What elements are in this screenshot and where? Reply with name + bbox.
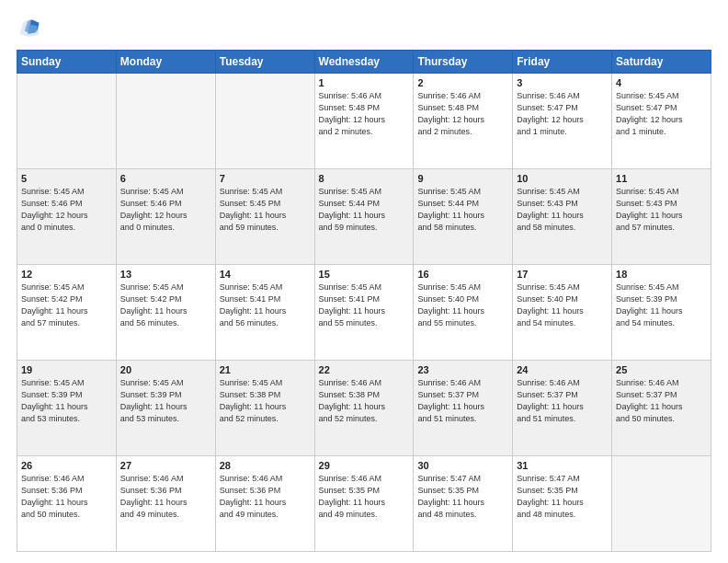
day-number: 16	[417, 269, 508, 280]
day-info: Sunrise: 5:45 AM Sunset: 5:41 PM Dayligh…	[220, 282, 311, 329]
weekday-header-friday: Friday	[513, 51, 612, 74]
weekday-header-monday: Monday	[116, 51, 215, 74]
calendar-day-cell: 13Sunrise: 5:45 AM Sunset: 5:42 PM Dayli…	[116, 265, 215, 361]
calendar-day-cell: 29Sunrise: 5:46 AM Sunset: 5:35 PM Dayli…	[314, 456, 414, 552]
day-number: 3	[517, 77, 608, 88]
calendar-day-cell: 23Sunrise: 5:46 AM Sunset: 5:37 PM Dayli…	[414, 361, 513, 456]
calendar-day-cell: 17Sunrise: 5:45 AM Sunset: 5:40 PM Dayli…	[513, 265, 612, 361]
calendar-day-cell: 10Sunrise: 5:45 AM Sunset: 5:43 PM Dayli…	[513, 169, 612, 265]
calendar-day-cell: 31Sunrise: 5:47 AM Sunset: 5:35 PM Dayli…	[513, 456, 612, 552]
day-number: 19	[21, 364, 112, 375]
calendar-day-cell: 4Sunrise: 5:45 AM Sunset: 5:47 PM Daylig…	[612, 74, 711, 169]
calendar-day-cell: 24Sunrise: 5:46 AM Sunset: 5:37 PM Dayli…	[513, 361, 612, 456]
day-number: 28	[220, 460, 311, 471]
day-info: Sunrise: 5:45 AM Sunset: 5:47 PM Dayligh…	[616, 90, 707, 138]
weekday-header-sunday: Sunday	[17, 51, 117, 74]
calendar-day-cell: 19Sunrise: 5:45 AM Sunset: 5:39 PM Dayli…	[17, 361, 117, 456]
day-number: 7	[220, 173, 311, 184]
calendar-day-cell: 1Sunrise: 5:46 AM Sunset: 5:48 PM Daylig…	[314, 74, 414, 169]
header	[17, 15, 711, 40]
day-info: Sunrise: 5:45 AM Sunset: 5:38 PM Dayligh…	[220, 377, 311, 425]
day-info: Sunrise: 5:46 AM Sunset: 5:36 PM Dayligh…	[120, 473, 211, 521]
day-number: 1	[319, 77, 410, 88]
weekday-header-thursday: Thursday	[414, 51, 513, 74]
day-number: 22	[319, 364, 410, 375]
calendar-week-row: 26Sunrise: 5:46 AM Sunset: 5:36 PM Dayli…	[17, 456, 711, 552]
day-info: Sunrise: 5:46 AM Sunset: 5:47 PM Dayligh…	[517, 90, 608, 138]
page: SundayMondayTuesdayWednesdayThursdayFrid…	[0, 0, 728, 563]
day-number: 4	[616, 77, 707, 88]
calendar-day-cell: 9Sunrise: 5:45 AM Sunset: 5:44 PM Daylig…	[414, 169, 513, 265]
calendar-day-cell	[17, 74, 117, 169]
calendar-day-cell	[612, 456, 711, 552]
day-number: 10	[517, 173, 608, 184]
day-number: 11	[616, 173, 707, 184]
calendar-day-cell: 22Sunrise: 5:46 AM Sunset: 5:38 PM Dayli…	[314, 361, 414, 456]
weekday-header-wednesday: Wednesday	[314, 51, 414, 74]
day-number: 13	[120, 269, 211, 280]
calendar-week-row: 12Sunrise: 5:45 AM Sunset: 5:42 PM Dayli…	[17, 265, 711, 361]
day-number: 8	[319, 173, 410, 184]
day-info: Sunrise: 5:45 AM Sunset: 5:39 PM Dayligh…	[616, 282, 707, 329]
logo	[17, 15, 46, 40]
day-info: Sunrise: 5:45 AM Sunset: 5:42 PM Dayligh…	[21, 282, 112, 329]
day-info: Sunrise: 5:45 AM Sunset: 5:39 PM Dayligh…	[120, 377, 211, 425]
day-number: 23	[417, 364, 508, 375]
day-number: 18	[616, 269, 707, 280]
day-info: Sunrise: 5:46 AM Sunset: 5:37 PM Dayligh…	[517, 377, 608, 425]
logo-icon	[17, 15, 42, 40]
calendar-day-cell: 14Sunrise: 5:45 AM Sunset: 5:41 PM Dayli…	[215, 265, 314, 361]
day-info: Sunrise: 5:45 AM Sunset: 5:44 PM Dayligh…	[319, 186, 410, 234]
day-info: Sunrise: 5:45 AM Sunset: 5:43 PM Dayligh…	[517, 186, 608, 234]
calendar-day-cell	[116, 74, 215, 169]
day-number: 12	[21, 269, 112, 280]
calendar-day-cell: 5Sunrise: 5:45 AM Sunset: 5:46 PM Daylig…	[17, 169, 117, 265]
calendar-day-cell: 26Sunrise: 5:46 AM Sunset: 5:36 PM Dayli…	[17, 456, 117, 552]
calendar-day-cell: 28Sunrise: 5:46 AM Sunset: 5:36 PM Dayli…	[215, 456, 314, 552]
calendar-day-cell: 6Sunrise: 5:45 AM Sunset: 5:46 PM Daylig…	[116, 169, 215, 265]
calendar-day-cell: 11Sunrise: 5:45 AM Sunset: 5:43 PM Dayli…	[612, 169, 711, 265]
calendar-day-cell: 12Sunrise: 5:45 AM Sunset: 5:42 PM Dayli…	[17, 265, 117, 361]
day-number: 9	[417, 173, 508, 184]
weekday-header-saturday: Saturday	[612, 51, 711, 74]
day-number: 30	[417, 460, 508, 471]
day-number: 5	[21, 173, 112, 184]
day-number: 14	[220, 269, 311, 280]
day-info: Sunrise: 5:45 AM Sunset: 5:44 PM Dayligh…	[417, 186, 508, 234]
day-info: Sunrise: 5:45 AM Sunset: 5:46 PM Dayligh…	[21, 186, 112, 234]
day-info: Sunrise: 5:47 AM Sunset: 5:35 PM Dayligh…	[517, 473, 608, 521]
calendar-day-cell: 3Sunrise: 5:46 AM Sunset: 5:47 PM Daylig…	[513, 74, 612, 169]
day-info: Sunrise: 5:45 AM Sunset: 5:43 PM Dayligh…	[616, 186, 707, 234]
calendar-week-row: 1Sunrise: 5:46 AM Sunset: 5:48 PM Daylig…	[17, 74, 711, 169]
calendar-week-row: 19Sunrise: 5:45 AM Sunset: 5:39 PM Dayli…	[17, 361, 711, 456]
day-info: Sunrise: 5:46 AM Sunset: 5:36 PM Dayligh…	[220, 473, 311, 521]
day-number: 21	[220, 364, 311, 375]
day-number: 20	[120, 364, 211, 375]
day-info: Sunrise: 5:46 AM Sunset: 5:37 PM Dayligh…	[616, 377, 707, 425]
weekday-header-row: SundayMondayTuesdayWednesdayThursdayFrid…	[17, 51, 711, 74]
day-info: Sunrise: 5:45 AM Sunset: 5:42 PM Dayligh…	[120, 282, 211, 329]
day-number: 17	[517, 269, 608, 280]
day-number: 29	[319, 460, 410, 471]
day-number: 26	[21, 460, 112, 471]
day-info: Sunrise: 5:46 AM Sunset: 5:48 PM Dayligh…	[319, 90, 410, 138]
calendar-day-cell: 2Sunrise: 5:46 AM Sunset: 5:48 PM Daylig…	[414, 74, 513, 169]
day-info: Sunrise: 5:46 AM Sunset: 5:48 PM Dayligh…	[417, 90, 508, 138]
day-info: Sunrise: 5:46 AM Sunset: 5:36 PM Dayligh…	[21, 473, 112, 521]
calendar-day-cell	[215, 74, 314, 169]
day-number: 27	[120, 460, 211, 471]
calendar-day-cell: 16Sunrise: 5:45 AM Sunset: 5:40 PM Dayli…	[414, 265, 513, 361]
day-info: Sunrise: 5:45 AM Sunset: 5:39 PM Dayligh…	[21, 377, 112, 425]
calendar-day-cell: 7Sunrise: 5:45 AM Sunset: 5:45 PM Daylig…	[215, 169, 314, 265]
day-number: 31	[517, 460, 608, 471]
day-info: Sunrise: 5:46 AM Sunset: 5:37 PM Dayligh…	[417, 377, 508, 425]
day-number: 6	[120, 173, 211, 184]
calendar-day-cell: 20Sunrise: 5:45 AM Sunset: 5:39 PM Dayli…	[116, 361, 215, 456]
day-info: Sunrise: 5:45 AM Sunset: 5:41 PM Dayligh…	[319, 282, 410, 329]
calendar-day-cell: 8Sunrise: 5:45 AM Sunset: 5:44 PM Daylig…	[314, 169, 414, 265]
day-info: Sunrise: 5:45 AM Sunset: 5:46 PM Dayligh…	[120, 186, 211, 234]
calendar-table: SundayMondayTuesdayWednesdayThursdayFrid…	[17, 50, 711, 552]
day-number: 24	[517, 364, 608, 375]
calendar-day-cell: 30Sunrise: 5:47 AM Sunset: 5:35 PM Dayli…	[414, 456, 513, 552]
day-info: Sunrise: 5:46 AM Sunset: 5:38 PM Dayligh…	[319, 377, 410, 425]
